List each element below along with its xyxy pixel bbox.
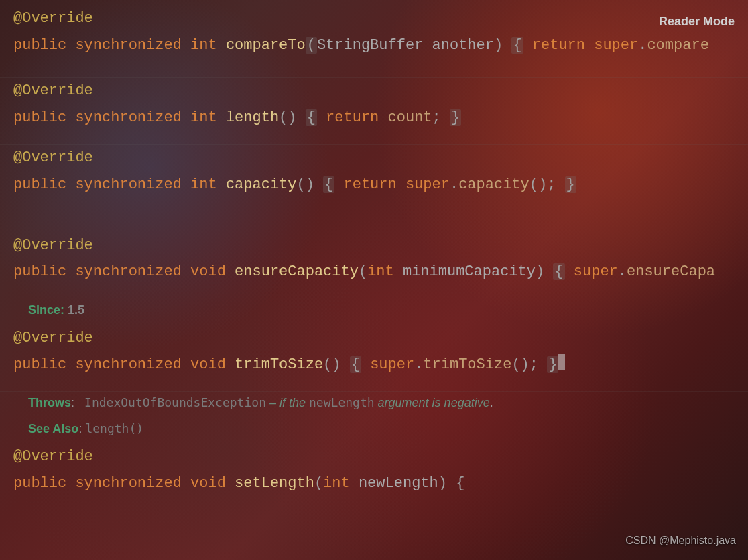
punct-parens: (): [529, 176, 547, 193]
reader-mode-label: Reader Mode: [659, 11, 735, 32]
keyword-synchronized: synchronized: [75, 109, 181, 126]
annotation: @Override: [13, 237, 93, 254]
punct-lparen: (: [359, 263, 367, 280]
punct-parens: (): [323, 356, 340, 373]
keyword-return: return: [344, 176, 397, 193]
doc-exception-link[interactable]: IndexOutOfBoundsException: [84, 395, 266, 409]
keyword-void: void: [190, 263, 226, 280]
punct-rbrace: }: [450, 109, 461, 126]
punct-lbrace: {: [511, 37, 523, 54]
code-line: public synchronized int length() { retur…: [13, 104, 748, 131]
return-value: count: [388, 109, 432, 126]
param-name: another: [432, 37, 494, 54]
method-block-trimToSize: Since: 1.5 @Override public synchronized…: [0, 299, 748, 393]
code-line: @Override: [13, 232, 748, 259]
doc-since-label: Since:: [28, 303, 68, 317]
code-line: public synchronized void setLength(int n…: [13, 470, 748, 497]
method-block-length: @Override public synchronized int length…: [0, 78, 748, 145]
method-block-setLength: Throws: IndexOutOfBoundsException – if t…: [0, 392, 748, 510]
punct-dot: .: [414, 356, 423, 373]
punct-rbrace: }: [565, 176, 576, 193]
keyword-return: return: [326, 109, 379, 126]
doc-colon: :: [78, 422, 85, 435]
keyword-synchronized: synchronized: [75, 475, 181, 492]
annotation: @Override: [13, 448, 93, 465]
punct-rparen: ): [494, 37, 503, 54]
annotation: @Override: [13, 149, 93, 166]
punct-rbrace: }: [547, 356, 558, 373]
doc-throws-label: Throws: [28, 396, 71, 409]
javadoc-seealso: See Also: length(): [13, 418, 748, 439]
keyword-public: public: [13, 37, 66, 54]
keyword-return: return: [532, 37, 585, 54]
keyword-synchronized: synchronized: [75, 176, 181, 193]
method-name: trimToSize: [235, 356, 323, 373]
annotation: @Override: [13, 82, 93, 99]
code-line: @Override: [13, 325, 748, 352]
call-name: trimToSize: [423, 356, 511, 373]
code-line: public synchronized int compareTo(String…: [13, 32, 748, 59]
code-editor[interactable]: @Override public synchronized int compar…: [0, 0, 748, 510]
keyword-void: void: [190, 356, 226, 373]
punct-lbrace: {: [323, 176, 334, 193]
param-type: int: [323, 475, 350, 492]
method-name: compareTo: [226, 37, 306, 54]
punct-lbrace: {: [350, 356, 361, 373]
punct-parens: (): [511, 356, 529, 373]
param-type: int: [367, 263, 394, 280]
punct-lbrace: {: [306, 109, 317, 126]
code-line: public synchronized int capacity() { ret…: [13, 171, 748, 198]
keyword-public: public: [13, 356, 66, 373]
keyword-super: super: [406, 176, 450, 193]
keyword-synchronized: synchronized: [75, 263, 181, 280]
call-name: compare: [647, 37, 708, 54]
javadoc-since: Since: 1.5: [13, 299, 748, 321]
code-line: @Override: [13, 5, 748, 32]
keyword-public: public: [13, 109, 66, 126]
punct-semi: ;: [547, 176, 556, 193]
doc-colon: :: [71, 396, 74, 409]
javadoc-throws: Throws: IndexOutOfBoundsException – if t…: [13, 392, 748, 413]
punct-parens: (): [279, 109, 296, 126]
method-block-ensureCapacity: @Override public synchronized void ensur…: [0, 232, 748, 299]
doc-param-ref: newLength: [309, 395, 375, 409]
code-line: @Override: [13, 145, 748, 171]
method-name: capacity: [226, 176, 297, 193]
doc-since-value: 1.5: [68, 303, 84, 317]
text-cursor: [558, 354, 565, 370]
punct-lparen: (: [314, 475, 323, 492]
keyword-public: public: [13, 475, 66, 492]
code-line: public synchronized void ensureCapacity(…: [13, 259, 748, 285]
keyword-public: public: [13, 176, 66, 193]
code-line: @Override: [13, 443, 748, 470]
annotation: @Override: [13, 330, 93, 346]
method-block-capacity: @Override public synchronized int capaci…: [0, 145, 748, 232]
call-name: ensureCapa: [627, 263, 715, 280]
call-name: capacity: [458, 176, 529, 193]
keyword-super: super: [574, 263, 618, 280]
param-name: newLength: [359, 475, 438, 492]
code-line: @Override: [13, 78, 748, 104]
punct-lbrace: {: [456, 475, 464, 492]
doc-seealso-link[interactable]: length(): [85, 421, 143, 435]
punct-lbrace: {: [553, 263, 564, 280]
param-name: minimumCapacity: [403, 263, 536, 280]
keyword-int: int: [190, 176, 217, 193]
code-line: public synchronized void trimToSize() { …: [13, 352, 748, 378]
doc-desc: – if the newLength argument is negative: [266, 396, 490, 409]
keyword-public: public: [13, 263, 66, 280]
keyword-void: void: [190, 475, 226, 492]
keyword-synchronized: synchronized: [75, 37, 181, 54]
annotation: @Override: [13, 10, 93, 27]
punct-dot: .: [618, 263, 627, 280]
method-name: ensureCapacity: [235, 263, 359, 280]
punct-rparen: ): [536, 263, 544, 280]
punct-dot: .: [450, 176, 458, 193]
watermark-label: CSDN @Mephisto.java: [625, 531, 736, 551]
punct-lparen: (: [306, 37, 317, 54]
method-block-compareTo: @Override public synchronized int compar…: [0, 5, 748, 78]
keyword-synchronized: synchronized: [75, 356, 181, 373]
punct-semi: ;: [529, 356, 538, 373]
keyword-super: super: [594, 37, 638, 54]
punct-dot: .: [638, 37, 647, 54]
